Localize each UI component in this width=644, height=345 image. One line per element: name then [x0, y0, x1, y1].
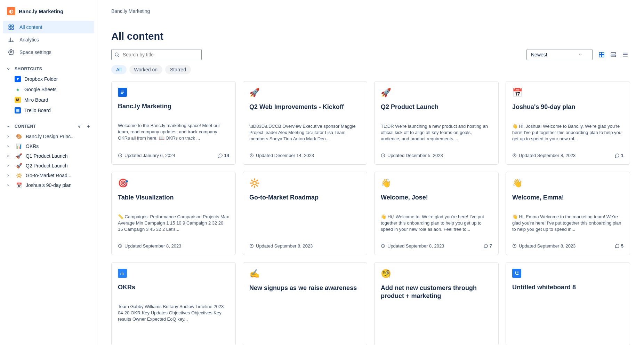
- content-card[interactable]: 🔆 Go-to-Market Roadmap Updated September…: [243, 172, 367, 255]
- svg-rect-16: [611, 53, 616, 54]
- updated-meta: Updated December 5, 2023: [381, 153, 443, 158]
- chart-icon: [118, 269, 127, 278]
- updated-meta: Updated September 8, 2023: [249, 243, 313, 249]
- content-card[interactable]: Banc.ly Marketing Welcome to the Banc.ly…: [111, 81, 236, 165]
- card-excerpt: Team Gabby Williams Brittany Sudlow Time…: [118, 304, 229, 335]
- shortcut-google-sheets[interactable]: ◈ Google Sheets: [3, 84, 94, 95]
- shortcut-label: Trello Board: [24, 108, 51, 113]
- tree-item[interactable]: 🚀 Q1 Product Launch: [3, 151, 94, 161]
- svg-point-32: [515, 272, 516, 272]
- content-card[interactable]: 🧐 Add net new customers through product …: [374, 262, 499, 345]
- filter-icon[interactable]: [75, 123, 83, 130]
- updated-text: Updated September 8, 2023: [387, 243, 444, 249]
- view-grid-button[interactable]: [597, 50, 606, 60]
- updated-text: Updated September 8, 2023: [519, 153, 575, 158]
- svg-rect-15: [602, 55, 604, 57]
- svg-rect-13: [602, 52, 604, 54]
- shortcuts-section-header: SHORTCUTS: [3, 63, 94, 74]
- breadcrumb[interactable]: Banc.ly Marketing: [111, 8, 630, 14]
- card-footer: Updated December 14, 2023: [249, 153, 361, 158]
- card-excerpt: [381, 304, 492, 335]
- tree-item[interactable]: 🚀 Q2 Product Launch: [3, 161, 94, 171]
- search-icon: [114, 52, 120, 57]
- filter-chip-all[interactable]: All: [111, 65, 127, 74]
- tree-item[interactable]: 🔆 Go-to-Market Road...: [3, 171, 94, 180]
- card-footer: Updated September 8, 2023 7: [381, 243, 492, 249]
- nav-all-content[interactable]: All content: [3, 21, 94, 33]
- clock-icon: [249, 244, 254, 248]
- shortcut-trello[interactable]: ▦ Trello Board: [3, 105, 94, 116]
- emoji-icon: 🚀: [249, 88, 361, 97]
- chevron-right-icon[interactable]: [6, 144, 12, 148]
- emoji-icon: ✍️: [249, 269, 361, 279]
- content-card[interactable]: 🚀 Q2 Web Improvements - Kickoff \uD83D\u…: [243, 81, 367, 165]
- updated-meta: Updated September 8, 2023: [381, 243, 444, 249]
- shortcut-dropbox[interactable]: ▼ Dropbox Folder: [3, 74, 94, 84]
- comment-icon: [218, 153, 223, 158]
- filter-chip-starred[interactable]: Starred: [165, 65, 191, 74]
- card-title: Welcome, Jose!: [381, 194, 492, 211]
- sidebar: ◐ Banc.ly Marketing All content Analytic…: [0, 0, 97, 345]
- document-icon: [118, 88, 127, 97]
- updated-text: Updated September 8, 2023: [519, 243, 575, 249]
- sort-select[interactable]: Newest: [526, 49, 593, 60]
- tree-item[interactable]: 🎨 Banc.ly Design Princ...: [3, 132, 94, 141]
- content-card[interactable]: OKRs Team Gabby Williams Brittany Sudlow…: [111, 262, 236, 345]
- card-title: Go-to-Market Roadmap: [249, 194, 361, 211]
- chevron-right-icon[interactable]: [6, 135, 12, 138]
- chevron-right-icon[interactable]: [6, 154, 12, 158]
- svg-rect-14: [599, 55, 601, 57]
- shortcut-miro[interactable]: M Miro Board: [3, 95, 94, 105]
- content-card[interactable]: 🚀 Q2 Product Launch TL;DR We're launchin…: [374, 81, 499, 165]
- card-excerpt: 👋 Hi, Emma Welcome to the marketing team…: [512, 214, 623, 239]
- svg-rect-2: [9, 28, 10, 30]
- clock-icon: [249, 153, 254, 158]
- clock-icon: [118, 153, 122, 158]
- content-card[interactable]: 👋 Welcome, Emma! 👋 Hi, Emma Welcome to t…: [506, 172, 630, 255]
- nav-space-settings[interactable]: Space settings: [3, 46, 94, 58]
- tree-item[interactable]: 📅 Joshua's 90-day plan: [3, 180, 94, 190]
- filter-chips: AllWorked onStarred: [111, 65, 630, 74]
- content-card[interactable]: 📅 Joshua's 90-day plan 👋 Hi, Joshua! Wel…: [506, 81, 630, 165]
- main-content: Banc.ly Marketing All content Newest: [97, 0, 644, 345]
- updated-text: Updated September 8, 2023: [124, 243, 181, 249]
- svg-rect-3: [12, 28, 14, 30]
- updated-meta: Updated September 8, 2023: [118, 243, 181, 249]
- card-excerpt: [249, 304, 361, 335]
- updated-text: Updated December 14, 2023: [256, 153, 314, 158]
- emoji-icon: 🧐: [381, 269, 492, 279]
- svg-point-35: [517, 274, 518, 275]
- card-title: Add net new customers through product + …: [381, 284, 492, 301]
- view-list-button[interactable]: [620, 50, 630, 60]
- card-excerpt: Welcome to the Banc.ly marketing space! …: [118, 123, 229, 149]
- tree-label: Go-to-Market Road...: [26, 173, 72, 178]
- tree-label: Q2 Product Launch: [26, 163, 68, 168]
- view-cards-button[interactable]: [609, 50, 618, 60]
- content-card[interactable]: 👋 Welcome, Jose! 👋 Hi,! Welcome to. We'r…: [374, 172, 499, 255]
- filter-chip-worked-on[interactable]: Worked on: [129, 65, 162, 74]
- card-title: Welcome, Emma!: [512, 194, 623, 211]
- chevron-right-icon[interactable]: [6, 183, 12, 187]
- card-footer: Updated September 8, 2023: [118, 243, 229, 249]
- card-title: OKRs: [118, 283, 229, 301]
- nav-analytics[interactable]: Analytics: [3, 33, 94, 46]
- card-excerpt: [512, 304, 623, 335]
- card-footer: Updated September 8, 2023 5: [512, 243, 623, 249]
- search-input[interactable]: [111, 49, 202, 60]
- chevron-right-icon[interactable]: [6, 164, 12, 167]
- content-card[interactable]: ✍️ New signups as we raise awareness: [243, 262, 367, 345]
- chevron-down-icon[interactable]: [5, 65, 12, 72]
- content-card[interactable]: 🎯 Table Visualization 📏 Campaigns: Perfo…: [111, 172, 236, 255]
- chevron-down-icon[interactable]: [5, 123, 12, 130]
- svg-point-10: [115, 53, 118, 56]
- chevron-right-icon[interactable]: [6, 174, 12, 177]
- content-card[interactable]: Untitled whiteboard 8: [506, 262, 630, 345]
- svg-point-4: [10, 52, 12, 53]
- plus-icon[interactable]: [84, 123, 92, 130]
- tree-item[interactable]: 📊 OKRs: [3, 141, 94, 151]
- gear-icon: [8, 49, 15, 56]
- card-title: New signups as we raise awareness: [249, 284, 361, 301]
- clock-icon: [381, 244, 385, 248]
- space-header[interactable]: ◐ Banc.ly Marketing: [3, 4, 94, 18]
- card-title: Untitled whiteboard 8: [512, 283, 623, 301]
